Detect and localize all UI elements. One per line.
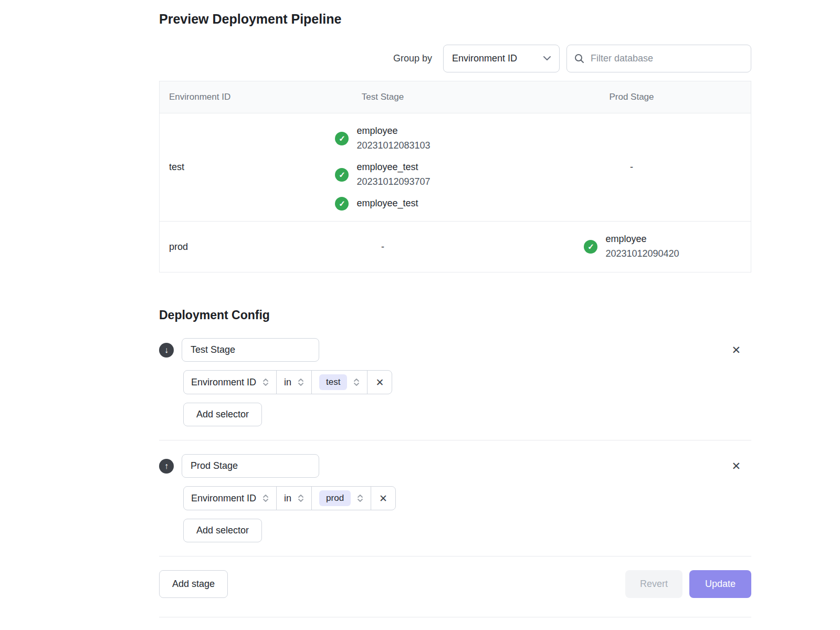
remove-selector-button[interactable]: ✕ bbox=[371, 487, 395, 510]
chevron-down-icon bbox=[543, 56, 551, 61]
revert-button[interactable]: Revert bbox=[625, 570, 682, 598]
group-by-dropdown[interactable]: Environment ID bbox=[443, 45, 560, 72]
selector-operator-select[interactable]: in bbox=[276, 371, 311, 394]
group-by-value: Environment ID bbox=[452, 53, 517, 64]
environment-id-cell: test bbox=[160, 151, 254, 183]
selector-key-select[interactable]: Environment ID bbox=[184, 487, 276, 510]
environment-id-cell: prod bbox=[160, 231, 254, 263]
stage-header: ↑ ✕ bbox=[159, 454, 751, 478]
database-name: employee_test bbox=[356, 160, 430, 175]
schema-version: 20231012090420 bbox=[605, 247, 679, 261]
prod-stage-cell: ✓ employee 20231012090420 bbox=[511, 222, 752, 272]
selector-operator-select[interactable]: in bbox=[276, 487, 311, 510]
stage-divider bbox=[159, 440, 751, 440]
table-row: test ✓ employee 20231012083103 ✓ employe… bbox=[160, 113, 751, 221]
database-name: employee bbox=[356, 124, 430, 139]
filter-database-input[interactable] bbox=[590, 52, 743, 65]
database-name: employee_test bbox=[356, 196, 418, 211]
group-by-label: Group by bbox=[393, 53, 432, 64]
column-header-test-stage: Test Stage bbox=[254, 81, 511, 113]
check-icon: ✓ bbox=[335, 132, 349, 145]
check-icon: ✓ bbox=[335, 168, 349, 182]
updown-icon bbox=[298, 378, 304, 386]
table-row: prod - ✓ employee 20231012090420 bbox=[160, 221, 751, 272]
selector-key-value: Environment ID bbox=[191, 377, 256, 388]
selector-operator-value: in bbox=[284, 493, 291, 504]
pipeline-table: Environment ID Test Stage Prod Stage tes… bbox=[159, 81, 751, 272]
check-icon: ✓ bbox=[584, 240, 597, 254]
updown-icon bbox=[298, 494, 304, 502]
check-icon: ✓ bbox=[335, 197, 349, 211]
selector-row: Environment ID in prod bbox=[183, 486, 751, 510]
updown-icon bbox=[357, 494, 363, 502]
remove-selector-button[interactable]: ✕ bbox=[367, 371, 392, 394]
selector-value-select[interactable]: test bbox=[311, 371, 367, 394]
updown-icon bbox=[262, 378, 269, 386]
selector-value-badge: prod bbox=[319, 490, 351, 506]
update-button[interactable]: Update bbox=[689, 570, 751, 598]
selector-group: Environment ID in prod bbox=[183, 486, 396, 510]
updown-icon bbox=[262, 494, 269, 502]
remove-stage-button[interactable]: ✕ bbox=[729, 342, 743, 358]
page-container: Preview Deployment Pipeline Group by Env… bbox=[159, 0, 751, 617]
updown-icon bbox=[353, 378, 360, 386]
selector-key-select[interactable]: Environment ID bbox=[184, 371, 276, 394]
stage-name-input[interactable] bbox=[182, 338, 319, 362]
deployment-config-title: Deployment Config bbox=[159, 308, 751, 322]
selector-row: Environment ID in test bbox=[183, 370, 751, 394]
add-stage-button[interactable]: Add stage bbox=[159, 570, 228, 598]
selector-operator-value: in bbox=[284, 377, 291, 388]
arrow-down-circle-icon: ↓ bbox=[159, 343, 174, 358]
search-icon bbox=[574, 54, 584, 64]
schema-version: 20231012083103 bbox=[356, 139, 430, 153]
test-stage-cell: ✓ employee 20231012083103 ✓ employee_tes… bbox=[254, 113, 511, 221]
stage-block-prod: ↑ ✕ Environment ID in pro bbox=[159, 454, 751, 542]
column-header-environment-id: Environment ID bbox=[160, 81, 254, 113]
table-header-row: Environment ID Test Stage Prod Stage bbox=[160, 81, 751, 113]
deployment-item[interactable]: ✓ employee_test 20231012093707 bbox=[335, 160, 430, 190]
prod-stage-cell: - bbox=[511, 151, 752, 183]
stage-block-test: ↓ ✕ Environment ID in tes bbox=[159, 338, 751, 426]
footer-divider bbox=[159, 617, 751, 617]
filter-database-box bbox=[566, 45, 751, 72]
page-title: Preview Deployment Pipeline bbox=[159, 12, 751, 27]
deployment-item[interactable]: ✓ employee_test bbox=[335, 196, 418, 211]
selector-value-select[interactable]: prod bbox=[311, 487, 371, 510]
stage-name-input[interactable] bbox=[182, 454, 319, 478]
database-name: employee bbox=[605, 232, 679, 247]
deployment-item[interactable]: ✓ employee 20231012090420 bbox=[584, 232, 679, 261]
selector-key-value: Environment ID bbox=[191, 493, 256, 504]
bottom-actions-row: Add stage Revert Update bbox=[159, 570, 751, 598]
column-header-prod-stage: Prod Stage bbox=[511, 81, 752, 113]
pipeline-toolbar: Group by Environment ID bbox=[159, 45, 751, 72]
stage-header: ↓ ✕ bbox=[159, 338, 751, 362]
add-selector-button[interactable]: Add selector bbox=[183, 403, 262, 426]
arrow-up-circle-icon: ↑ bbox=[159, 459, 174, 474]
add-selector-button[interactable]: Add selector bbox=[183, 519, 262, 542]
selector-value-badge: test bbox=[319, 374, 347, 390]
remove-stage-button[interactable]: ✕ bbox=[729, 458, 743, 474]
selector-group: Environment ID in test bbox=[183, 370, 392, 394]
schema-version: 20231012093707 bbox=[356, 175, 430, 190]
stage-divider bbox=[159, 556, 751, 556]
test-stage-cell: - bbox=[254, 231, 511, 263]
deployment-item[interactable]: ✓ employee 20231012083103 bbox=[335, 124, 430, 153]
